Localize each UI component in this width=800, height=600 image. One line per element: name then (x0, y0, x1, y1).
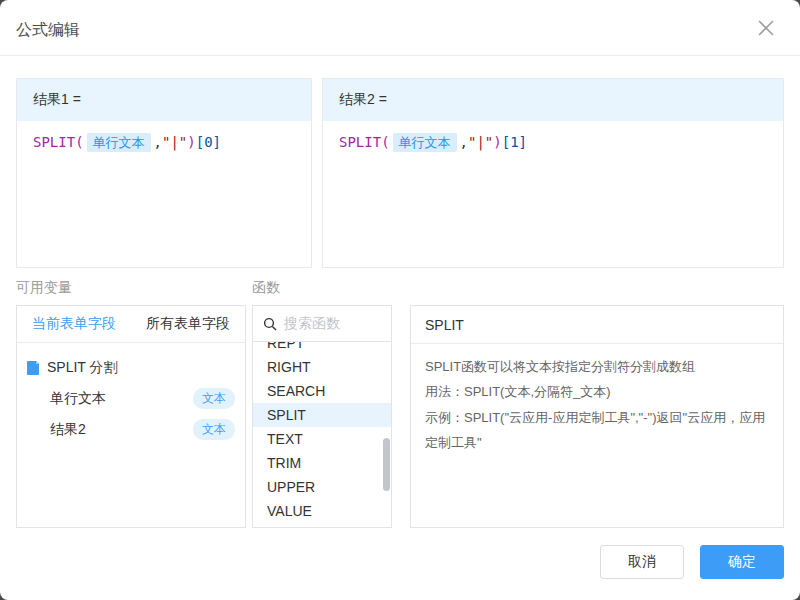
function-usage-line: 用法：SPLIT(文本,分隔符_文本) (425, 379, 769, 404)
function-detail-panel: SPLIT SPLIT函数可以将文本按指定分割符分割成数组 用法：SPLIT(文… (410, 305, 784, 528)
tab-current-form-fields[interactable]: 当前表单字段 (17, 306, 131, 342)
formula-variable-chip[interactable]: 单行文本 (393, 133, 457, 152)
function-item-trim[interactable]: TRIM (253, 451, 391, 475)
formula-editor-result2[interactable]: SPLIT(单行文本,"|")[1] (323, 121, 783, 165)
function-detail-body: SPLIT函数可以将文本按指定分割符分割成数组 用法：SPLIT(文本,分隔符_… (411, 344, 783, 465)
formula-comma-token: , (154, 134, 162, 150)
close-button[interactable] (752, 16, 780, 44)
formula-panel-result2: 结果2 = SPLIT(单行文本,"|")[1] (322, 78, 784, 268)
function-item-rept[interactable]: REPT (253, 342, 391, 355)
variables-group-label: SPLIT 分割 (47, 359, 118, 377)
function-list-scrollbar[interactable] (383, 438, 390, 491)
variables-panel: 当前表单字段 所有表单字段 SPLIT 分割 单行文本 文本 结果2 文本 (16, 305, 246, 528)
functions-section-label: 函数 (252, 279, 280, 297)
function-item-value[interactable]: VALUE (253, 499, 391, 523)
close-icon (757, 19, 775, 41)
variables-section-label: 可用变量 (16, 279, 72, 297)
function-description-line: SPLIT函数可以将文本按指定分割符分割成数组 (425, 354, 769, 379)
variables-tabs: 当前表单字段 所有表单字段 (17, 306, 245, 343)
function-item-search[interactable]: SEARCH (253, 379, 391, 403)
function-list: REPT RIGHT SEARCH SPLIT TEXT TRIM UPPER … (253, 342, 391, 527)
dialog-title: 公式编辑 (16, 20, 80, 41)
formula-paren-token: ) (187, 134, 195, 150)
variable-type-badge: 文本 (193, 388, 235, 409)
functions-panel: 搜索函数 REPT RIGHT SEARCH SPLIT TEXT TRIM U… (252, 305, 392, 528)
function-detail-title: SPLIT (411, 306, 783, 344)
formula-function-token: SPLIT( (33, 134, 84, 150)
function-example-line: 示例：SPLIT("云应用-应用定制工具","-")返回"云应用，应用定制工具" (425, 405, 769, 456)
formula-editor-result1[interactable]: SPLIT(单行文本,"|")[0] (17, 121, 311, 165)
function-item-right[interactable]: RIGHT (253, 355, 391, 379)
function-item-upper[interactable]: UPPER (253, 475, 391, 499)
formula-comma-token: , (460, 134, 468, 150)
variable-field-row[interactable]: 单行文本 文本 (27, 383, 235, 414)
variable-field-name: 结果2 (50, 421, 86, 439)
formula-label-result1: 结果1 = (17, 79, 311, 121)
confirm-button[interactable]: 确定 (700, 545, 784, 579)
formula-panel-result1: 结果1 = SPLIT(单行文本,"|")[0] (16, 78, 312, 268)
variables-tree: SPLIT 分割 单行文本 文本 结果2 文本 (17, 343, 245, 445)
function-search-input[interactable]: 搜索函数 (253, 306, 391, 342)
formula-paren-token: ) (493, 134, 501, 150)
tab-all-form-fields[interactable]: 所有表单字段 (131, 306, 245, 342)
formula-string-token: "|" (468, 134, 493, 150)
formula-string-token: "|" (162, 134, 187, 150)
cancel-button[interactable]: 取消 (600, 545, 684, 579)
form-icon (27, 361, 40, 375)
variable-type-badge: 文本 (193, 419, 235, 440)
formula-label-result2: 结果2 = (323, 79, 783, 121)
formula-index-token: [0] (196, 134, 221, 150)
search-placeholder: 搜索函数 (284, 315, 340, 333)
formula-function-token: SPLIT( (339, 134, 390, 150)
title-divider (0, 55, 800, 56)
function-item-split[interactable]: SPLIT (253, 403, 391, 427)
variables-group-row[interactable]: SPLIT 分割 (27, 353, 235, 383)
function-item-text[interactable]: TEXT (253, 427, 391, 451)
formula-edit-dialog: 公式编辑 结果1 = SPLIT(单行文本,"|")[0] 结果2 = SPLI… (0, 0, 800, 600)
variable-field-row[interactable]: 结果2 文本 (27, 414, 235, 445)
search-icon (263, 317, 277, 331)
formula-index-token: [1] (502, 134, 527, 150)
formula-variable-chip[interactable]: 单行文本 (87, 133, 151, 152)
variable-field-name: 单行文本 (50, 390, 106, 408)
